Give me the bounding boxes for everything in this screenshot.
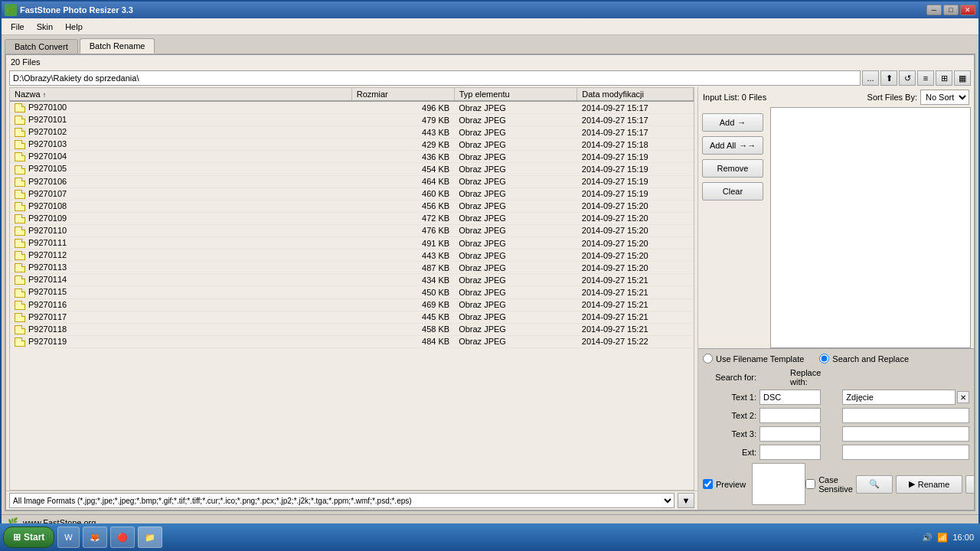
table-row[interactable]: P9270111 491 KB Obraz JPEG 2014-09-27 15…: [10, 237, 694, 249]
table-row[interactable]: P9270118 458 KB Obraz JPEG 2014-09-27 15…: [10, 323, 694, 335]
ext-search-input[interactable]: [760, 445, 821, 460]
close-button[interactable]: ✕: [960, 5, 975, 15]
start-button[interactable]: ⊞ Start: [3, 527, 54, 548]
radio-search-replace[interactable]: Search and Replace: [819, 354, 909, 364]
file-type: Obraz JPEG: [454, 114, 577, 126]
file-date: 2014-09-27 15:21: [577, 311, 694, 323]
app-icon: 🔴: [117, 533, 128, 543]
table-row[interactable]: P9270103 429 KB Obraz JPEG 2014-09-27 15…: [10, 139, 694, 151]
file-date: 2014-09-27 15:22: [577, 335, 694, 347]
file-icon: [15, 239, 25, 248]
file-icon: [15, 190, 25, 199]
sort-select[interactable]: No Sort Name Size Date: [920, 90, 969, 105]
table-row[interactable]: P9270102 443 KB Obraz JPEG 2014-09-27 15…: [10, 126, 694, 139]
table-row[interactable]: P9270105 454 KB Obraz JPEG 2014-09-27 15…: [10, 163, 694, 175]
table-row[interactable]: P9270107 460 KB Obraz JPEG 2014-09-27 15…: [10, 187, 694, 200]
preview-checkbox[interactable]: [703, 479, 713, 489]
restore-button[interactable]: □: [943, 5, 959, 15]
close-btn[interactable]: Close: [965, 475, 974, 494]
text3-search-input[interactable]: [760, 426, 821, 442]
file-date: 2014-09-27 15:19: [577, 187, 694, 200]
file-name: P9270115: [28, 287, 67, 296]
rename-button[interactable]: ▶ Rename: [896, 475, 963, 494]
add-all-button[interactable]: Add All →→: [702, 136, 763, 155]
file-type: Obraz JPEG: [454, 224, 577, 236]
col-header-date[interactable]: Data modyfikacji: [577, 88, 694, 101]
text1-clear-button[interactable]: ✕: [957, 391, 969, 403]
table-row[interactable]: P9270113 487 KB Obraz JPEG 2014-09-27 15…: [10, 262, 694, 274]
minimize-button[interactable]: ─: [926, 5, 942, 15]
file-icon: [15, 165, 25, 174]
file-size: 460 KB: [351, 187, 454, 200]
text2-replace-input[interactable]: [842, 408, 969, 423]
folder-up-button[interactable]: ⬆: [880, 70, 897, 86]
remove-button[interactable]: Remove: [702, 159, 763, 178]
filter-dropdown[interactable]: ▼: [678, 493, 694, 508]
radio-template[interactable]: Use Filename Template: [703, 354, 804, 364]
view-grid-button[interactable]: ⊞: [936, 70, 952, 86]
col-header-name[interactable]: Nazwa ↑: [10, 88, 351, 101]
table-row[interactable]: P9270101 479 KB Obraz JPEG 2014-09-27 15…: [10, 114, 694, 126]
view-details-button[interactable]: ▦: [954, 70, 971, 86]
menu-skin[interactable]: Skin: [31, 21, 59, 33]
taskbar-item-word[interactable]: W: [57, 527, 79, 548]
file-name: P9270101: [28, 115, 67, 124]
text1-replace-input[interactable]: [842, 390, 956, 405]
table-row[interactable]: P9270115 450 KB Obraz JPEG 2014-09-27 15…: [10, 286, 694, 298]
file-date: 2014-09-27 15:17: [577, 101, 694, 114]
file-icon: [15, 116, 25, 125]
tab-batch-rename[interactable]: Batch Rename: [80, 38, 155, 54]
file-name: P9270107: [28, 189, 67, 198]
case-sensitive-label[interactable]: Case Sensitive: [805, 475, 853, 494]
scan-button[interactable]: 🔍: [856, 475, 893, 494]
browse-button[interactable]: ...: [862, 70, 879, 86]
table-row[interactable]: P9270108 456 KB Obraz JPEG 2014-09-27 15…: [10, 200, 694, 212]
file-table[interactable]: Nazwa ↑ Rozmiar Typ elementu Data modyfi…: [9, 87, 694, 491]
table-row[interactable]: P9270117 445 KB Obraz JPEG 2014-09-27 15…: [10, 311, 694, 323]
file-icon: [15, 214, 25, 223]
radio-search-replace-input[interactable]: [819, 354, 829, 364]
network-icon: 📶: [937, 533, 948, 543]
taskbar-item-explorer[interactable]: 📁: [138, 527, 162, 548]
taskbar-item-firefox[interactable]: 🦊: [83, 527, 107, 548]
button-column: Add → Add All →→ Remove Clear: [698, 107, 767, 348]
path-input[interactable]: [9, 70, 861, 86]
table-row[interactable]: P9270114 434 KB Obraz JPEG 2014-09-27 15…: [10, 274, 694, 286]
view-list-button[interactable]: ≡: [917, 70, 934, 86]
table-row[interactable]: P9270104 436 KB Obraz JPEG 2014-09-27 15…: [10, 151, 694, 163]
col-header-type[interactable]: Typ elementu: [454, 88, 577, 101]
menu-help[interactable]: Help: [59, 21, 89, 33]
filter-select[interactable]: All Image Formats (*.jpg;*.jpe;*.jpeg;*.…: [9, 493, 675, 508]
add-button[interactable]: Add →: [702, 113, 763, 132]
table-row[interactable]: P9270110 476 KB Obraz JPEG 2014-09-27 15…: [10, 224, 694, 236]
file-type: Obraz JPEG: [454, 151, 577, 163]
input-list-label: Input List: 0 Files: [703, 93, 766, 102]
table-row[interactable]: P9270112 443 KB Obraz JPEG 2014-09-27 15…: [10, 249, 694, 262]
title-bar-left: 🌿 FastStone Photo Resizer 3.3: [5, 4, 133, 16]
file-type: Obraz JPEG: [454, 323, 577, 335]
clear-button[interactable]: Clear: [702, 182, 763, 201]
table-row[interactable]: P9270109 472 KB Obraz JPEG 2014-09-27 15…: [10, 212, 694, 224]
preview-checkbox-label[interactable]: Preview: [703, 479, 746, 489]
radio-template-input[interactable]: [703, 354, 713, 364]
tab-batch-convert[interactable]: Batch Convert: [5, 39, 78, 54]
file-date: 2014-09-27 15:20: [577, 237, 694, 249]
file-type: Obraz JPEG: [454, 212, 577, 224]
col-header-size[interactable]: Rozmiar: [351, 88, 454, 101]
file-type: Obraz JPEG: [454, 237, 577, 249]
table-row[interactable]: P9270106 464 KB Obraz JPEG 2014-09-27 15…: [10, 175, 694, 187]
text2-search-input[interactable]: [760, 408, 821, 423]
table-row[interactable]: P9270100 496 KB Obraz JPEG 2014-09-27 15…: [10, 101, 694, 114]
ext-replace-input[interactable]: [842, 445, 969, 460]
taskbar-item-app[interactable]: 🔴: [110, 527, 135, 548]
table-row[interactable]: P9270119 484 KB Obraz JPEG 2014-09-27 15…: [10, 335, 694, 347]
menu-file[interactable]: File: [5, 21, 31, 33]
table-row[interactable]: P9270116 469 KB Obraz JPEG 2014-09-27 15…: [10, 298, 694, 311]
refresh-button[interactable]: ↺: [899, 70, 916, 86]
inner-split: Nazwa ↑ Rozmiar Typ elementu Data modyfi…: [6, 87, 974, 510]
case-sensitive-checkbox[interactable]: [805, 479, 815, 489]
text3-replace-input[interactable]: [842, 426, 969, 442]
text1-search-input[interactable]: [760, 390, 821, 405]
title-bar: 🌿 FastStone Photo Resizer 3.3 ─ □ ✕: [2, 2, 978, 18]
file-date: 2014-09-27 15:17: [577, 126, 694, 139]
